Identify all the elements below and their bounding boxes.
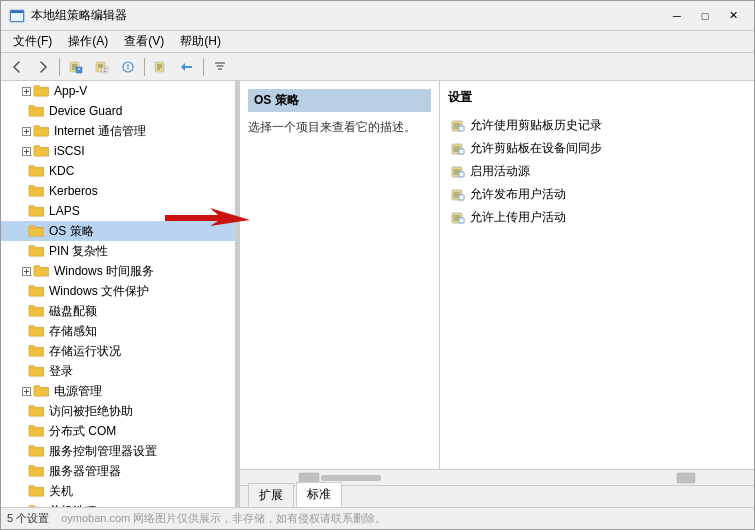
tree-item-label: 登录 [49,363,73,380]
tree-expander[interactable] [19,164,28,178]
svg-rect-68 [299,473,319,483]
tree-item[interactable]: Kerberos [1,181,235,201]
tree-item[interactable]: App-V [1,81,235,101]
tree-expander[interactable] [19,144,33,158]
tree-item-label: 电源管理 [54,383,102,400]
tree-expander[interactable] [19,444,28,458]
menu-file[interactable]: 文件(F) [5,31,60,52]
folder-icon [28,103,44,119]
tree-expander[interactable] [19,384,33,398]
tree-expander[interactable] [19,184,28,198]
toolbar-btn-5[interactable] [175,56,199,78]
toolbar-btn-1[interactable] [64,56,88,78]
tree-item-label: 磁盘配额 [49,303,97,320]
tree-item-label: Device Guard [49,104,122,118]
setting-item-icon [450,210,466,226]
setting-item[interactable]: 允许上传用户活动 [448,206,746,229]
tree-expander[interactable] [19,324,28,338]
tree-item[interactable]: 登录 [1,361,235,381]
right-panel: OS 策略 选择一个项目来查看它的描述。 设置 允许使用剪贴板历史记录 允许剪贴… [240,81,754,507]
tree-item[interactable]: 服务器管理器 [1,461,235,481]
tree-expander[interactable] [19,364,28,378]
tree-expander[interactable] [19,424,28,438]
tree-item-label: 访问被拒绝协助 [49,403,133,420]
folder-icon [28,163,44,179]
menu-help[interactable]: 帮助(H) [172,31,229,52]
right-top: OS 策略 选择一个项目来查看它的描述。 设置 允许使用剪贴板历史记录 允许剪贴… [240,81,754,469]
tree-expander[interactable] [19,264,33,278]
tree-item[interactable]: 分布式 COM [1,421,235,441]
tree-expander[interactable] [19,124,33,138]
tree-expander[interactable] [19,104,28,118]
tree-item[interactable]: PIN 复杂性 [1,241,235,261]
setting-item[interactable]: 允许剪贴板在设备间同步 [448,137,746,160]
menu-action[interactable]: 操作(A) [60,31,116,52]
tree-item-label: iSCSI [54,144,85,158]
tree-expander[interactable] [19,204,28,218]
svg-point-19 [127,68,129,70]
tree-item[interactable]: 服务控制管理器设置 [1,441,235,461]
tree-item[interactable]: 存储感知 [1,321,235,341]
svg-rect-47 [459,126,464,131]
tree-item[interactable]: 磁盘配额 [1,301,235,321]
tree-item[interactable]: LAPS [1,201,235,221]
toolbar-btn-4[interactable] [149,56,173,78]
tree-item-label: 服务控制管理器设置 [49,443,157,460]
tree-expander[interactable] [19,284,28,298]
window-icon [9,8,25,24]
window-title: 本地组策略编辑器 [31,7,664,24]
forward-button[interactable] [31,56,55,78]
tree-item[interactable]: KDC [1,161,235,181]
tree-expander[interactable] [19,304,28,318]
tree-item-label: Windows 文件保护 [49,283,149,300]
setting-item[interactable]: 允许发布用户活动 [448,183,746,206]
svg-rect-69 [321,475,381,481]
tree-expander[interactable] [19,344,28,358]
tree-item[interactable]: OS 策略 [1,221,235,241]
tree-expander[interactable] [19,484,28,498]
tree-item-label: 存储运行状况 [49,343,121,360]
close-button[interactable]: ✕ [720,6,746,26]
settings-panel-header: 设置 [448,89,746,106]
tree-item-label: 服务器管理器 [49,463,121,480]
tree-item[interactable]: Windows 时间服务 [1,261,235,281]
tree-expander[interactable] [19,464,28,478]
title-bar: 本地组策略编辑器 ─ □ ✕ [1,1,754,31]
toolbar-btn-3[interactable] [116,56,140,78]
folder-icon [28,303,44,319]
menu-view[interactable]: 查看(V) [116,31,172,52]
tree-item-label: 存储感知 [49,323,97,340]
filter-button[interactable] [208,56,232,78]
toolbar-btn-2[interactable] [90,56,114,78]
tree-expander[interactable] [19,84,33,98]
tree-expander[interactable] [19,244,28,258]
tree-item[interactable]: Device Guard [1,101,235,121]
status-bar: 5 个设置 oymoban.com 网络图片仅供展示，非存储，如有侵权请联系删除… [1,507,754,529]
tab-扩展[interactable]: 扩展 [248,483,294,507]
tree-item[interactable]: Windows 文件保护 [1,281,235,301]
toolbar-separator-2 [144,58,145,76]
svg-rect-57 [459,172,464,177]
tree-item[interactable]: iSCSI [1,141,235,161]
tree-expander[interactable] [19,404,28,418]
maximize-button[interactable]: □ [692,6,718,26]
tree-item[interactable]: 电源管理 [1,381,235,401]
setting-item[interactable]: 允许使用剪贴板历史记录 [448,114,746,137]
tree-item[interactable]: 存储运行状况 [1,341,235,361]
setting-item[interactable]: 启用活动源 [448,160,746,183]
tab-标准[interactable]: 标准 [296,482,342,507]
minimize-button[interactable]: ─ [664,6,690,26]
tree-expander[interactable] [19,224,28,238]
tree-item-label: PIN 复杂性 [49,243,108,260]
menu-bar: 文件(F) 操作(A) 查看(V) 帮助(H) [1,31,754,53]
folder-icon [28,423,44,439]
setting-item-label: 允许使用剪贴板历史记录 [470,117,602,134]
folder-icon [28,363,44,379]
tree-item[interactable]: Internet 通信管理 [1,121,235,141]
tree-item[interactable]: 关机 [1,481,235,501]
folder-icon [28,243,44,259]
tree-panel[interactable]: App-V Device Guard Internet 通信管理 iSCSI K… [1,81,236,507]
back-button[interactable] [5,56,29,78]
svg-rect-2 [11,11,23,13]
tree-item[interactable]: 访问被拒绝协助 [1,401,235,421]
